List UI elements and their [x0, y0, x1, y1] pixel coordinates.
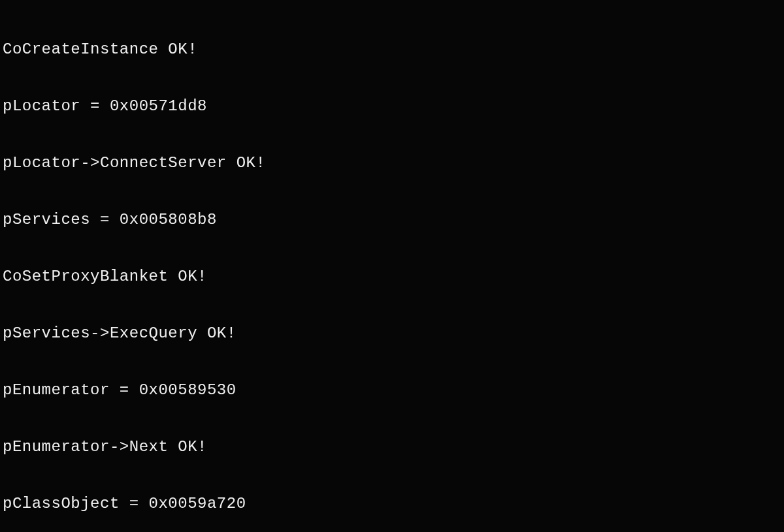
output-line: pLocator = 0x00571dd8 [3, 97, 207, 115]
output-line: pServices = 0x005808b8 [3, 211, 217, 228]
output-line: pClassObject = 0x0059a720 [3, 495, 246, 512]
output-line: pEnumerator = 0x00589530 [3, 381, 237, 399]
output-line: pEnumerator->Next OK! [3, 438, 207, 456]
output-line: pLocator->ConnectServer OK! [3, 154, 265, 172]
output-line: CoSetProxyBlanket OK! [3, 268, 207, 285]
output-line: CoCreateInstance OK! [3, 40, 197, 58]
output-line: pServices->ExecQuery OK! [3, 324, 237, 342]
terminal-output: CoCreateInstance OK! pLocator = 0x00571d… [0, 0, 784, 532]
